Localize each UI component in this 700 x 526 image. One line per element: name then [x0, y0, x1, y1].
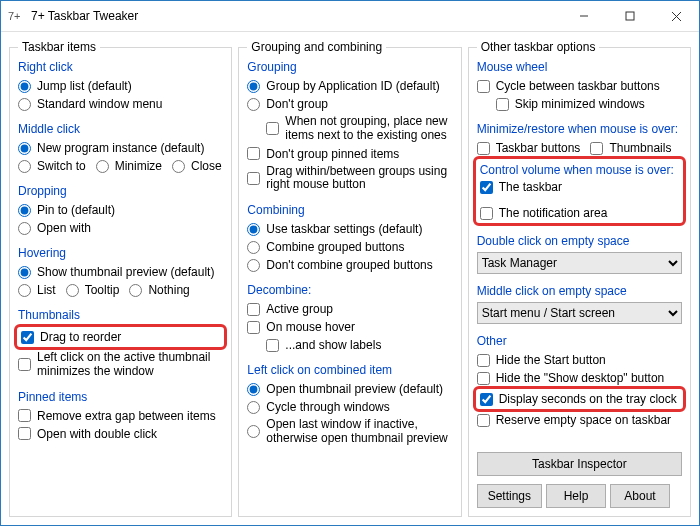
left-click-combined-label: Left click on combined item [247, 363, 452, 377]
right-click-standard-menu-radio[interactable] [18, 98, 31, 111]
cycle-through-windows-radio[interactable] [247, 401, 260, 414]
use-taskbar-settings-text: Use taskbar settings (default) [266, 222, 422, 236]
hovering-show-thumb-text: Show thumbnail preview (default) [37, 265, 214, 279]
open-last-window-radio[interactable] [247, 425, 260, 438]
middle-click-switch-to-text: Switch to [37, 159, 86, 173]
drag-rmb-checkbox[interactable] [247, 172, 260, 185]
skip-minimized-text: Skip minimized windows [515, 97, 645, 111]
the-taskbar-checkbox[interactable] [480, 181, 493, 194]
display-seconds-text: Display seconds on the tray clock [499, 392, 677, 406]
reserve-empty-checkbox[interactable] [477, 414, 490, 427]
the-taskbar-text: The taskbar [499, 180, 562, 194]
place-next-checkbox[interactable] [266, 122, 279, 135]
hide-show-desktop-text: Hide the "Show desktop" button [496, 371, 665, 385]
dont-group-radio[interactable] [247, 98, 260, 111]
dont-combine-grouped-text: Don't combine grouped buttons [266, 258, 432, 272]
middle-click-empty-select[interactable]: Start menu / Start screen [477, 302, 682, 324]
dont-group-text: Don't group [266, 97, 328, 111]
window-title: 7+ Taskbar Tweaker [31, 9, 561, 23]
svg-text:7+: 7+ [8, 10, 21, 22]
skip-minimized-checkbox[interactable] [496, 98, 509, 111]
open-double-click-checkbox[interactable] [18, 427, 31, 440]
dont-group-pinned-checkbox[interactable] [247, 147, 260, 160]
drag-reorder-text: Drag to reorder [40, 330, 121, 344]
other-label: Other [477, 334, 682, 348]
middle-click-label: Middle click [18, 122, 223, 136]
app-icon: 7+ [7, 7, 25, 25]
right-click-jump-list-text: Jump list (default) [37, 79, 132, 93]
reserve-empty-text: Reserve empty space on taskbar [496, 413, 671, 427]
hovering-nothing-radio[interactable] [129, 284, 142, 297]
minimize-button[interactable] [561, 1, 607, 31]
group-by-app-id-radio[interactable] [247, 80, 260, 93]
app-window: 7+ 7+ Taskbar Tweaker Taskbar items Righ… [0, 0, 700, 526]
taskbar-items-legend: Taskbar items [18, 40, 100, 54]
remove-extra-gap-checkbox[interactable] [18, 409, 31, 422]
and-show-labels-checkbox[interactable] [266, 339, 279, 352]
middle-click-minimize-radio[interactable] [96, 160, 109, 173]
hide-start-text: Hide the Start button [496, 353, 606, 367]
drag-reorder-highlight: Drag to reorder [14, 324, 227, 350]
dropping-open-with-text: Open with [37, 221, 91, 235]
and-show-labels-text: ...and show labels [285, 338, 381, 352]
svg-rect-2 [626, 12, 634, 20]
thumbnails-checkbox[interactable] [590, 142, 603, 155]
hovering-list-radio[interactable] [18, 284, 31, 297]
on-mouse-hover-text: On mouse hover [266, 320, 355, 334]
mouse-wheel-label: Mouse wheel [477, 60, 682, 74]
control-volume-label: Control volume when mouse is over: [480, 163, 679, 177]
hovering-tooltip-radio[interactable] [66, 284, 79, 297]
taskbar-inspector-button[interactable]: Taskbar Inspector [477, 452, 682, 476]
hide-start-checkbox[interactable] [477, 354, 490, 367]
open-double-click-text: Open with double click [37, 427, 157, 441]
drag-rmb-text: Drag within/between groups using right m… [266, 165, 452, 193]
middle-click-minimize-text: Minimize [115, 159, 162, 173]
notification-area-checkbox[interactable] [480, 207, 493, 220]
pinned-items-label: Pinned items [18, 390, 223, 404]
middle-click-new-instance-text: New program instance (default) [37, 141, 204, 155]
taskbar-buttons-checkbox[interactable] [477, 142, 490, 155]
thumbnails-label: Thumbnails [18, 308, 223, 322]
cycle-taskbar-buttons-text: Cycle between taskbar buttons [496, 79, 660, 93]
window-controls [561, 1, 699, 31]
maximize-button[interactable] [607, 1, 653, 31]
middle-click-close-radio[interactable] [172, 160, 185, 173]
min-restore-label: Minimize/restore when mouse is over: [477, 122, 682, 136]
dont-combine-grouped-radio[interactable] [247, 259, 260, 272]
hide-show-desktop-checkbox[interactable] [477, 372, 490, 385]
dropping-label: Dropping [18, 184, 223, 198]
combine-grouped-radio[interactable] [247, 241, 260, 254]
taskbar-items-group: Taskbar items Right click Jump list (def… [9, 40, 232, 517]
right-click-label: Right click [18, 60, 223, 74]
dropping-pin-to-radio[interactable] [18, 204, 31, 217]
middle-click-switch-to-radio[interactable] [18, 160, 31, 173]
grouping-label: Grouping [247, 60, 452, 74]
about-button[interactable]: About [610, 484, 670, 508]
double-click-empty-select[interactable]: Task Manager [477, 252, 682, 274]
cycle-taskbar-buttons-checkbox[interactable] [477, 80, 490, 93]
middle-click-close-text: Close [191, 159, 222, 173]
titlebar: 7+ 7+ Taskbar Tweaker [1, 1, 699, 32]
right-click-standard-menu-text: Standard window menu [37, 97, 162, 111]
active-group-text: Active group [266, 302, 333, 316]
double-click-empty-label: Double click on empty space [477, 234, 682, 248]
active-group-checkbox[interactable] [247, 303, 260, 316]
settings-button[interactable]: Settings [477, 484, 542, 508]
left-click-active-thumb-checkbox[interactable] [18, 358, 31, 371]
notification-area-text: The notification area [499, 206, 608, 220]
dropping-open-with-radio[interactable] [18, 222, 31, 235]
drag-reorder-checkbox[interactable] [21, 331, 34, 344]
open-thumb-preview-radio[interactable] [247, 383, 260, 396]
help-button[interactable]: Help [546, 484, 606, 508]
close-button[interactable] [653, 1, 699, 31]
middle-click-new-instance-radio[interactable] [18, 142, 31, 155]
grouping-combining-group: Grouping and combining Grouping Group by… [238, 40, 461, 517]
right-click-jump-list-radio[interactable] [18, 80, 31, 93]
hovering-show-thumb-radio[interactable] [18, 266, 31, 279]
on-mouse-hover-checkbox[interactable] [247, 321, 260, 334]
combine-grouped-text: Combine grouped buttons [266, 240, 404, 254]
combining-label: Combining [247, 203, 452, 217]
use-taskbar-settings-radio[interactable] [247, 223, 260, 236]
display-seconds-checkbox[interactable] [480, 393, 493, 406]
other-taskbar-options-group: Other taskbar options Mouse wheel Cycle … [468, 40, 691, 517]
